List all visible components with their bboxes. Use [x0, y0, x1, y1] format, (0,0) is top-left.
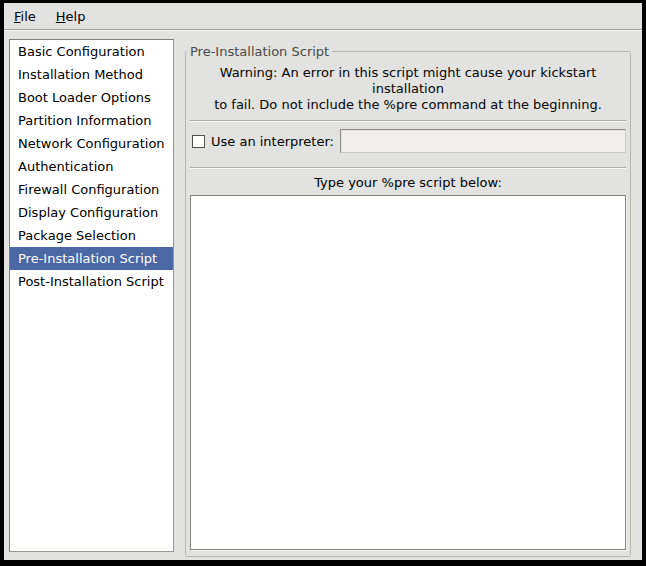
sidebar-item-display-configuration[interactable]: Display Configuration	[10, 201, 173, 224]
menu-file[interactable]: File	[7, 6, 43, 27]
sidebar-item-authentication[interactable]: Authentication	[10, 155, 173, 178]
pre-script-textarea[interactable]	[190, 195, 626, 550]
section-list: Basic Configuration Installation Method …	[9, 39, 174, 552]
separator-bottom	[190, 167, 626, 169]
menubar: File Help	[4, 3, 642, 30]
use-interpreter-checkbox[interactable]	[192, 135, 205, 148]
warning-line-2: to fail. Do not include the %pre command…	[189, 97, 627, 113]
interpreter-row: Use an interpreter:	[190, 129, 626, 153]
script-instruction-label: Type your %pre script below:	[189, 175, 627, 190]
sidebar-item-pre-installation-script[interactable]: Pre-Installation Script	[10, 247, 173, 270]
warning-text: Warning: An error in this script might c…	[189, 65, 627, 113]
sidebar-item-installation-method[interactable]: Installation Method	[10, 63, 173, 86]
menu-help[interactable]: Help	[49, 6, 93, 27]
warning-line-1: Warning: An error in this script might c…	[189, 65, 627, 97]
frame-title: Pre-Installation Script	[187, 43, 332, 60]
sidebar-item-firewall-configuration[interactable]: Firewall Configuration	[10, 178, 173, 201]
sidebar-item-network-configuration[interactable]: Network Configuration	[10, 132, 173, 155]
pre-installation-frame: Pre-Installation Script Warning: An erro…	[185, 51, 631, 557]
separator-top	[190, 120, 626, 122]
kickstart-configurator-window: File Help Basic Configuration Installati…	[0, 0, 646, 566]
pre-installation-panel: Pre-Installation Script Warning: An erro…	[185, 39, 631, 559]
sidebar-item-post-installation-script[interactable]: Post-Installation Script	[10, 270, 173, 293]
interpreter-input[interactable]	[340, 129, 626, 153]
main-area: Basic Configuration Installation Method …	[4, 31, 642, 559]
use-interpreter-label: Use an interpreter:	[211, 134, 334, 149]
sidebar-item-partition-information[interactable]: Partition Information	[10, 109, 173, 132]
sidebar-item-basic-configuration[interactable]: Basic Configuration	[10, 40, 173, 63]
sidebar-item-package-selection[interactable]: Package Selection	[10, 224, 173, 247]
sidebar-item-boot-loader-options[interactable]: Boot Loader Options	[10, 86, 173, 109]
